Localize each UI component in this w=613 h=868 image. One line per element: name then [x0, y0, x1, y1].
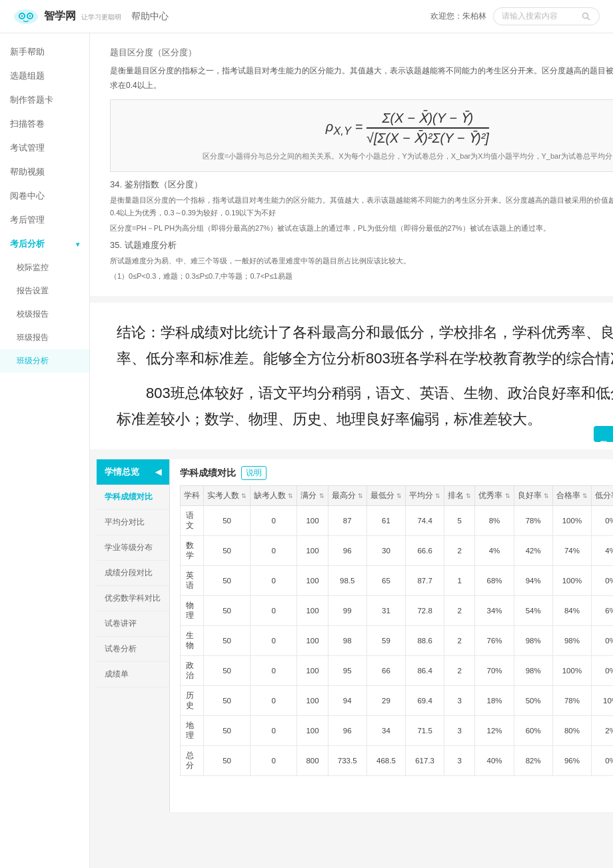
- sidebar-item-exam-manage[interactable]: 考试管理: [0, 136, 89, 160]
- sidebar-item-scan[interactable]: 扫描答卷: [0, 112, 89, 136]
- sidebar-item-label: 扫描答卷: [10, 118, 45, 130]
- article-para1: 是衡量题目区分度的指标之一，指考试题目对考生能力的区分能力。其值越大，表示该题越…: [110, 64, 613, 93]
- search-bar[interactable]: 请输入搜索内容: [493, 7, 600, 25]
- sidebar-item-report-settings[interactable]: 报告设置: [0, 279, 89, 303]
- table-cell: 50: [204, 656, 251, 686]
- sidebar-item-school-monitor[interactable]: 校际监控: [0, 256, 89, 279]
- formula-main: ρX,Y = Σ(X − X̄)(Y − Ȳ) √[Σ(X − X̄)²Σ(Y …: [124, 110, 613, 146]
- table-cell: 0: [251, 596, 297, 626]
- table-header-row-el: 学科 实考人数 ⇅ 缺考人数 ⇅ 满分 ⇅ 最高分 ⇅ 最低分 ⇅ 平均分 ⇅ …: [181, 486, 614, 506]
- table-header-row: 学科成绩对比 说明 打印: [180, 466, 613, 480]
- sidebar-item-choose-question[interactable]: 选题组题: [0, 64, 89, 88]
- table-cell: 69.4: [406, 686, 444, 716]
- sidebar-item-school-report[interactable]: 校级报告: [0, 303, 89, 326]
- col-avg[interactable]: 平均分 ⇅: [406, 486, 444, 506]
- table-cell: 71.5: [406, 716, 444, 746]
- col-rank[interactable]: 排名 ⇅: [444, 486, 475, 506]
- search-icon[interactable]: [582, 12, 591, 21]
- sidebar-item-label: 报告设置: [17, 285, 49, 297]
- table-cell: 12%: [475, 716, 514, 746]
- table-nav-avg-compare[interactable]: 平均分对比: [97, 510, 169, 535]
- sidebar-item-new-help[interactable]: 新手帮助: [0, 40, 89, 64]
- table-nav-subject-weak[interactable]: 优劣数学科对比: [97, 586, 169, 611]
- chevron-down-icon: ▾: [76, 241, 79, 248]
- col-good[interactable]: 良好率 ⇅: [514, 486, 552, 506]
- col-full[interactable]: 满分 ⇅: [297, 486, 328, 506]
- table-cell: 0: [251, 506, 297, 536]
- table-nav-score-list[interactable]: 成绩单: [97, 662, 169, 687]
- table-cell: 6%: [592, 596, 613, 626]
- sidebar-item-label: 考试管理: [10, 142, 45, 154]
- article-para3: 区分度=PH－PL PH为高分组（即得分最高的27%）被试在该题上的通过率，PL…: [110, 222, 613, 235]
- table-wrapper: 学情总览 ◀ 学科成绩对比 平均分对比 学业等级分布 成绩分段对比 优劣数学科对…: [97, 459, 613, 812]
- table-cell: 31: [366, 596, 405, 626]
- table-cell: 88.6: [406, 626, 444, 656]
- section-34: 34. 鉴别指数（区分度）: [110, 179, 613, 191]
- table-cell: 0: [251, 566, 297, 596]
- formula-box: ρX,Y = Σ(X − X̄)(Y − Ȳ) √[Σ(X − X̄)²Σ(Y …: [110, 99, 613, 172]
- sidebar-item-label: 选题组题: [10, 70, 45, 82]
- collapse-icon[interactable]: ◀: [155, 467, 161, 477]
- conclusion-para2: 803班总体较好，语文平均分稍弱，语文、英语、生物、政治良好率和低分率正常，标准…: [117, 380, 613, 433]
- col-absent[interactable]: 缺考人数 ⇅: [251, 486, 297, 506]
- table-cell: 2: [444, 596, 475, 626]
- table-cell: 0: [251, 686, 297, 716]
- table-cell: 82%: [514, 746, 552, 776]
- table-cell: 0: [251, 626, 297, 656]
- table-cell: 87.7: [406, 566, 444, 596]
- table-cell: 34%: [475, 596, 514, 626]
- table-cell: 34: [366, 716, 405, 746]
- svg-line-8: [588, 17, 590, 20]
- float-help-button[interactable]: 帮助中心: [594, 426, 613, 442]
- table-cell: 5: [444, 506, 475, 536]
- sidebar-item-post-exam[interactable]: 考后管理: [0, 208, 89, 232]
- logo-icon: [13, 8, 39, 25]
- table-cell: 3: [444, 746, 475, 776]
- sidebar-item-analysis[interactable]: 考后分析 ▾: [0, 232, 89, 256]
- sidebar-item-make-card[interactable]: 制作答题卡: [0, 88, 89, 112]
- table-cell: 98%: [552, 626, 591, 656]
- col-excellent[interactable]: 优秀率 ⇅: [475, 486, 514, 506]
- logo: 智学网 让学习更聪明: [13, 8, 121, 25]
- sidebar-item-marking[interactable]: 阅卷中心: [0, 184, 89, 208]
- table-cell: 1: [444, 566, 475, 596]
- col-high[interactable]: 最高分 ⇅: [328, 486, 366, 506]
- table-nav-paper-analysis[interactable]: 试卷分析: [97, 637, 169, 662]
- layout: 新手帮助 选题组题 制作答题卡 扫描答卷 考试管理 帮助视频 阅卷中心 考后管理…: [0, 33, 613, 868]
- col-actual[interactable]: 实考人数 ⇅: [204, 486, 251, 506]
- col-subject: 学科: [181, 486, 204, 506]
- table-nav-paper-review[interactable]: 试卷讲评: [97, 611, 169, 637]
- sidebar-item-help-video[interactable]: 帮助视频: [0, 160, 89, 184]
- table-cell: 18%: [475, 686, 514, 716]
- sidebar-item-class-analysis[interactable]: 班级分析: [0, 349, 89, 373]
- sidebar-item-label: 制作答题卡: [10, 94, 53, 106]
- table-cell: 50: [204, 536, 251, 566]
- table-cell: 100: [297, 686, 328, 716]
- table-cell: 地理: [181, 716, 204, 746]
- table-subtitle-btn[interactable]: 说明: [241, 466, 267, 480]
- table-cell: 100: [297, 656, 328, 686]
- table-cell: 50: [204, 566, 251, 596]
- sidebar-item-class-report[interactable]: 班级报告: [0, 326, 89, 349]
- section-35: 35. 试题难度分析: [110, 239, 613, 251]
- conclusion-para1: 结论：学科成绩对比统计了各科最高分和最低分，学校排名，学科优秀率、良好率、合格率…: [117, 319, 613, 372]
- table-row: 物理500100993172.8234%54%84%6%17.56%15.9: [181, 596, 614, 626]
- col-low-rate[interactable]: 低分率 ⇅: [592, 486, 613, 506]
- col-low[interactable]: 最低分 ⇅: [366, 486, 405, 506]
- table-cell: 50%: [514, 686, 552, 716]
- table-cell: 95: [328, 656, 366, 686]
- table-cell: 54%: [514, 596, 552, 626]
- conclusion-section: 结论：学科成绩对比统计了各科最高分和最低分，学校排名，学科优秀率、良好率、合格率…: [90, 303, 613, 449]
- table-nav-grade-dist[interactable]: 学业等级分布: [97, 535, 169, 561]
- col-pass[interactable]: 合格率 ⇅: [552, 486, 591, 506]
- table-cell: 84%: [552, 596, 591, 626]
- table-cell: 100: [297, 566, 328, 596]
- table-row: 总分500800733.5468.5617.3340%82%96%0%9.57%…: [181, 746, 614, 776]
- logo-sub: 让学习更聪明: [81, 13, 121, 22]
- table-nav-subject-compare[interactable]: 学科成绩对比: [97, 485, 169, 510]
- article-para4: 所试题难度分为易、中、难三个等级，一般好的试卷里难度中等的题目所占比例应该比较大…: [110, 255, 613, 267]
- table-nav-score-dist[interactable]: 成绩分段对比: [97, 561, 169, 586]
- sidebar-item-label: 阅卷中心: [10, 190, 45, 202]
- table-sidebar-title: 学情总览 ◀: [97, 459, 169, 485]
- sidebar-item-label: 新手帮助: [10, 46, 45, 58]
